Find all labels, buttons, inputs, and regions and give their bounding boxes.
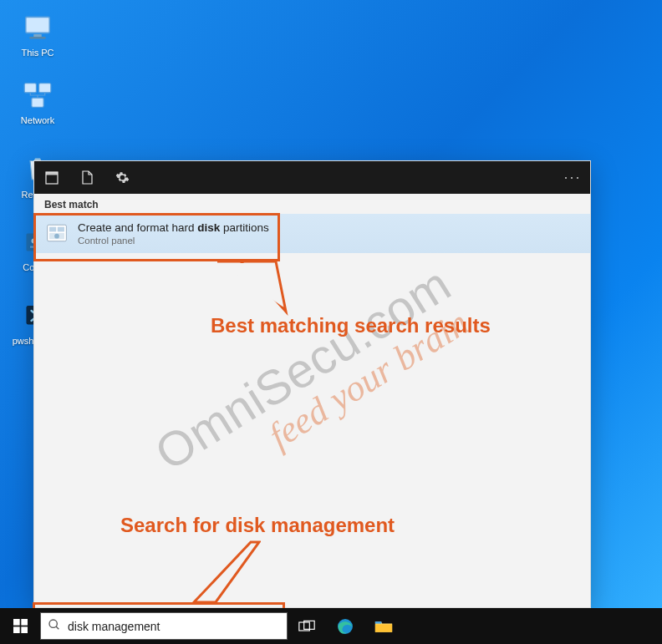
desktop-icon-network[interactable]: Network	[8, 79, 67, 126]
desktop-icon-label: Network	[8, 115, 67, 126]
svg-rect-26	[21, 626, 28, 633]
svg-rect-32	[375, 624, 392, 631]
annotation-text-top: Best matching search results	[211, 314, 491, 337]
apps-filter-icon[interactable]	[43, 169, 61, 187]
svg-rect-33	[375, 621, 382, 624]
svg-point-27	[49, 620, 57, 627]
start-button[interactable]	[0, 608, 40, 644]
svg-rect-1	[33, 34, 42, 37]
best-match-subtitle: Control panel	[78, 236, 269, 246]
desktop-icon-label: This PC	[8, 48, 67, 58]
documents-filter-icon[interactable]	[78, 169, 96, 187]
network-icon	[21, 79, 54, 112]
pc-icon	[21, 11, 54, 44]
svg-rect-3	[24, 84, 36, 93]
svg-rect-5	[32, 98, 43, 107]
search-icon	[48, 618, 61, 635]
taskbar	[0, 608, 662, 644]
best-match-result[interactable]: Create and format hard disk partitions C…	[34, 214, 590, 253]
svg-rect-0	[26, 17, 50, 33]
desktop-icon-this-pc[interactable]: This PC	[8, 11, 67, 58]
start-search-panel: ··· Best match Create and format hard di…	[33, 160, 591, 608]
watermark-line1: OmniSecu.com	[145, 256, 460, 481]
file-explorer-button[interactable]	[364, 608, 403, 644]
svg-rect-15	[49, 227, 56, 232]
best-match-title: Create and format hard disk partitions	[78, 221, 269, 236]
svg-rect-24	[21, 619, 28, 626]
best-match-heading: Best match	[34, 194, 590, 214]
svg-rect-25	[13, 626, 20, 633]
svg-rect-2	[30, 37, 46, 38]
settings-filter-icon[interactable]	[113, 169, 131, 187]
more-options-button[interactable]: ···	[563, 169, 582, 187]
taskbar-search-input[interactable]	[68, 620, 280, 633]
desktop-background: This PC Network Recycle Control pwsh Sho…	[0, 0, 662, 644]
watermark: OmniSecu.com feed your brain	[145, 256, 480, 513]
svg-point-18	[54, 234, 59, 239]
svg-rect-13	[46, 172, 58, 175]
disk-partition-icon	[46, 222, 68, 244]
search-panel-topbar: ···	[34, 161, 590, 194]
edge-browser-button[interactable]	[326, 608, 364, 644]
svg-rect-23	[13, 619, 20, 626]
svg-rect-4	[39, 84, 51, 93]
annotation-text-bottom: Search for disk management	[120, 514, 395, 537]
svg-rect-16	[58, 227, 64, 232]
taskbar-search-box[interactable]	[40, 612, 288, 640]
svg-line-28	[56, 626, 59, 629]
task-view-button[interactable]	[288, 608, 326, 644]
